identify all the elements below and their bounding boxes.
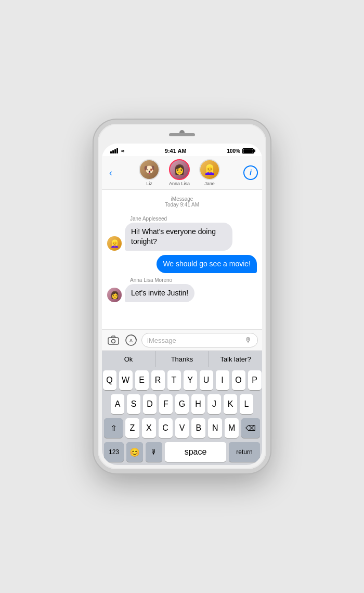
emoji-key[interactable]: 😊 — [126, 442, 143, 462]
message-row-2: We should go see a movie! — [107, 255, 257, 273]
avatar-jane-img: 👱‍♀️ — [200, 160, 219, 179]
avatar-liz-circle: 🐶 — [139, 159, 160, 180]
status-left: ≈ — [110, 148, 124, 154]
shift-key[interactable]: ⇧ — [104, 418, 123, 438]
avatar-liz-name: Liz — [146, 181, 152, 186]
suggestion-ok[interactable]: Ok — [102, 351, 155, 367]
msg-avatar-jane: 👱‍♀️ — [107, 236, 122, 251]
return-key[interactable]: return — [229, 442, 260, 462]
key-f[interactable]: F — [159, 394, 173, 414]
key-x[interactable]: X — [142, 418, 156, 438]
input-area: A iMessage 🎙 — [102, 329, 262, 351]
suggestion-talk-later[interactable]: Talk later? — [209, 351, 262, 367]
key-c[interactable]: C — [159, 418, 173, 438]
sender-label-3: Anna Lisa Moreno — [130, 277, 257, 283]
key-row-1: Q W E R T Y U I O P — [104, 370, 260, 390]
key-i[interactable]: I — [216, 370, 229, 390]
key-s[interactable]: S — [127, 394, 140, 414]
battery-icon — [242, 148, 254, 154]
suggestions-row: Ok Thanks Talk later? — [102, 351, 262, 367]
key-e[interactable]: E — [135, 370, 149, 390]
key-j[interactable]: J — [207, 394, 221, 414]
key-m[interactable]: M — [225, 418, 239, 438]
avatar-jane-name: Jane — [204, 181, 215, 186]
key-t[interactable]: T — [167, 370, 181, 390]
keyboard: Q W E R T Y U I O P A S D F G H J — [102, 367, 262, 465]
msg-avatar-anna: 👩 — [107, 288, 122, 302]
avatar-anna-circle: 👩 — [169, 159, 190, 180]
key-row-3: ⇧ Z X C V B N M ⌫ — [104, 418, 260, 438]
space-key[interactable]: space — [165, 442, 226, 462]
message-input[interactable]: iMessage 🎙 — [141, 333, 258, 347]
svg-point-1 — [112, 340, 115, 343]
input-placeholder: iMessage — [147, 337, 176, 344]
suggestion-thanks[interactable]: Thanks — [155, 351, 209, 367]
key-p[interactable]: P — [248, 370, 262, 390]
avatar-group: 🐶 Liz 👩 Anna Lisa 👱‍♀️ Jane — [139, 159, 220, 186]
key-a[interactable]: A — [111, 394, 124, 414]
phone-frame: ≈ 9:41 AM 100% ‹ 🐶 Liz — [94, 120, 270, 473]
key-q[interactable]: Q — [103, 370, 116, 390]
bar4 — [116, 148, 118, 153]
key-w[interactable]: W — [119, 370, 133, 390]
key-z[interactable]: Z — [125, 418, 139, 438]
battery-pct: 100% — [227, 148, 240, 154]
avatar-liz-img: 🐶 — [140, 160, 159, 179]
message-group-3: Anna Lisa Moreno 👩 Let's invite Justin! — [107, 277, 257, 302]
key-k[interactable]: K — [224, 394, 237, 414]
bar2 — [112, 150, 114, 153]
apps-button[interactable]: A — [124, 333, 138, 347]
key-g[interactable]: G — [175, 394, 189, 414]
avatar-anna[interactable]: 👩 Anna Lisa — [169, 159, 190, 186]
camera-button[interactable] — [106, 333, 121, 347]
key-b[interactable]: B — [191, 418, 205, 438]
avatar-jane[interactable]: 👱‍♀️ Jane — [199, 159, 220, 186]
avatar-jane-circle: 👱‍♀️ — [199, 159, 220, 180]
volume-down-button — [94, 228, 95, 254]
back-button[interactable]: ‹ — [106, 166, 115, 179]
chat-header-label: iMessage Today 9:41 AM — [107, 196, 257, 208]
status-right: 100% — [227, 148, 254, 154]
bubble-incoming-1: Hi! What's everyone doing tonight? — [125, 223, 232, 251]
power-button — [269, 207, 270, 249]
signal-bars — [110, 148, 118, 153]
svg-text:A: A — [129, 338, 133, 343]
bar1 — [110, 151, 112, 153]
message-group-2: We should go see a movie! — [107, 255, 257, 273]
key-r[interactable]: R — [151, 370, 165, 390]
avatar-liz[interactable]: 🐶 Liz — [139, 159, 160, 186]
key-row-2: A S D F G H J K L — [104, 394, 260, 414]
sender-label-1: Jane Appleseed — [130, 216, 257, 222]
avatar-anna-img: 👩 — [170, 160, 189, 179]
backspace-key[interactable]: ⌫ — [241, 418, 260, 438]
message-row-1: 👱‍♀️ Hi! What's everyone doing tonight? — [107, 223, 257, 251]
speaker-grill — [169, 133, 195, 136]
volume-up-button — [94, 197, 95, 223]
key-o[interactable]: O — [232, 370, 245, 390]
bubble-outgoing-1: We should go see a movie! — [157, 255, 257, 273]
mic-icon: 🎙 — [245, 336, 252, 344]
bubble-incoming-2: Let's invite Justin! — [125, 284, 194, 302]
avatar-anna-name: Anna Lisa — [169, 181, 190, 186]
screen: ≈ 9:41 AM 100% ‹ 🐶 Liz — [102, 144, 262, 465]
mic-key[interactable]: 🎙 — [146, 442, 162, 462]
key-d[interactable]: D — [143, 394, 157, 414]
key-row-bottom: 123 😊 🎙 space return — [104, 442, 260, 462]
key-h[interactable]: H — [191, 394, 205, 414]
status-bar: ≈ 9:41 AM 100% — [102, 144, 262, 156]
key-y[interactable]: Y — [184, 370, 197, 390]
messages-area: iMessage Today 9:41 AM Jane Appleseed 👱‍… — [102, 190, 262, 329]
mute-button — [94, 176, 95, 191]
message-row-3: 👩 Let's invite Justin! — [107, 284, 257, 302]
key-n[interactable]: N — [208, 418, 222, 438]
numbers-key[interactable]: 123 — [104, 442, 124, 462]
wifi-icon: ≈ — [121, 148, 124, 154]
key-u[interactable]: U — [200, 370, 213, 390]
key-l[interactable]: L — [240, 394, 253, 414]
status-time: 9:41 AM — [165, 148, 187, 154]
bar3 — [114, 149, 116, 153]
info-button[interactable]: i — [243, 165, 258, 180]
message-group-1: Jane Appleseed 👱‍♀️ Hi! What's everyone … — [107, 216, 257, 251]
key-v[interactable]: V — [175, 418, 189, 438]
nav-bar: ‹ 🐶 Liz 👩 Anna Lisa 👱‍♀️ — [102, 156, 262, 190]
